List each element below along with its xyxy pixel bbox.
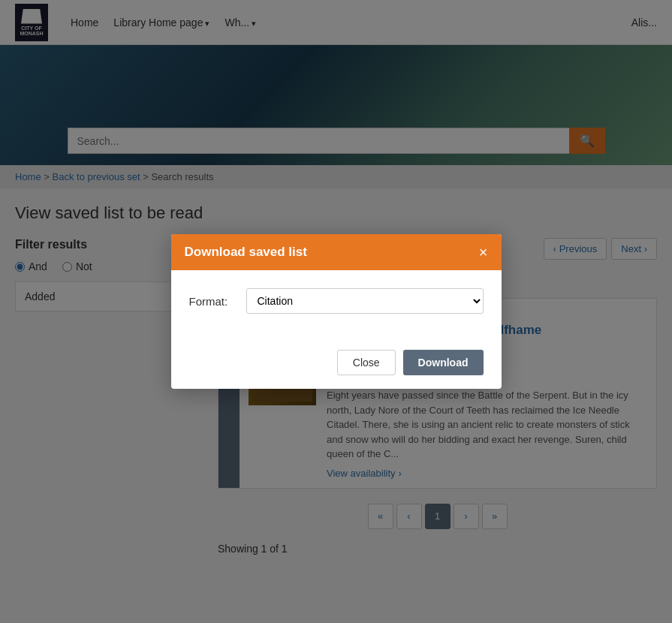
modal-overlay[interactable]: Download saved list × Format: Citation C… [0,0,672,576]
modal-header: Download saved list × [171,234,502,270]
format-select[interactable]: Citation CSV BibTeX RIS [246,288,484,314]
modal-form-row: Format: Citation CSV BibTeX RIS [189,288,484,314]
download-modal: Download saved list × Format: Citation C… [171,234,502,389]
modal-close-button[interactable]: Close [337,350,396,375]
modal-title: Download saved list [185,245,307,260]
modal-body: Format: Citation CSV BibTeX RIS [171,270,502,341]
modal-download-button[interactable]: Download [403,350,484,375]
modal-close-x-button[interactable]: × [479,245,488,260]
format-label: Format: [189,295,234,308]
modal-footer: Close Download [171,341,502,389]
